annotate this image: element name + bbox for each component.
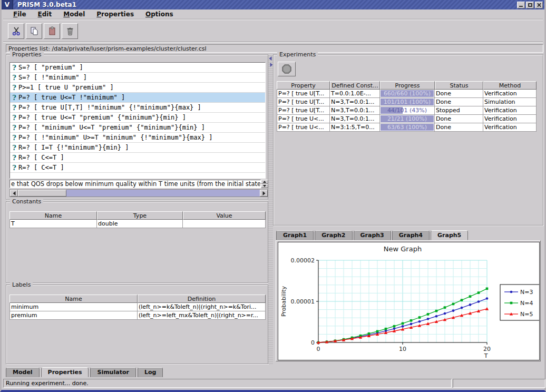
table-cell: double — [97, 220, 183, 228]
experiment-row[interactable]: P=? [ true U[T...N=3,T=0.0:1...44/101 (4… — [277, 106, 541, 115]
property-row[interactable]: ?R=? [ C<=T ] — [10, 163, 265, 173]
comment-spinner[interactable] — [261, 180, 268, 188]
tab-graph2[interactable]: Graph2 — [315, 230, 352, 240]
menu-properties[interactable]: Properties — [92, 10, 139, 18]
menu-edit[interactable]: Edit — [33, 10, 57, 18]
experiment-row[interactable]: P=? [ true U<...N=3,T=0.0:1...21/21 (100… — [277, 115, 541, 123]
stop-experiment-button[interactable] — [278, 62, 296, 76]
splitter-collapse-right-icon[interactable] — [270, 63, 273, 67]
delete-button[interactable] — [62, 23, 78, 39]
trash-icon — [65, 26, 75, 36]
property-row[interactable]: ?R=? [ I=T {!"minimum"}{min} ] — [10, 143, 265, 153]
menu-model[interactable]: Model — [58, 10, 90, 18]
constants-table[interactable]: NameTypeValueTdouble — [9, 211, 266, 228]
minimize-button[interactable] — [517, 2, 525, 8]
tab-graph1[interactable]: Graph1 — [276, 230, 314, 240]
scroll-left-button[interactable] — [10, 190, 18, 197]
table-header-row: PropertyDefined Const...ProgressStatusMe… — [277, 81, 541, 90]
graph-tabs: Graph1Graph2Graph3Graph4Graph5 — [276, 230, 468, 240]
table-row[interactable]: minimum(left_n>=k&Toleft_n)|(right_n>=k&… — [9, 303, 266, 311]
tab-graph3[interactable]: Graph3 — [354, 230, 391, 240]
table-header-row: NameTypeValue — [9, 211, 266, 220]
column-header[interactable]: Name — [9, 295, 138, 303]
properties-list-path: Properties list: /data/private/luser/pri… — [6, 44, 543, 53]
properties-list[interactable]: ?S=? [ "premium" ]?S=? [ !"minimum" ]?P>… — [9, 62, 266, 179]
tab-graph5[interactable]: Graph5 — [431, 230, 468, 240]
question-icon: ? — [10, 114, 18, 122]
column-header[interactable]: Method — [483, 81, 537, 90]
property-text: R=? [ C<=T ] — [18, 154, 64, 161]
cut-button[interactable] — [8, 23, 24, 39]
down-arrow-icon — [263, 185, 266, 187]
experiments-table[interactable]: PropertyDefined Const...ProgressStatusMe… — [277, 81, 541, 132]
property-comment-field[interactable]: e that QOS drops below minimum quality w… — [9, 180, 261, 188]
experiment-row[interactable]: P=? [ true U[T...N=3,T=0.0:1...101/101 (… — [277, 98, 541, 106]
status-cell: Done — [435, 98, 483, 106]
line-chart: 00.000010.0000201020New GraphTProbabilit… — [278, 242, 539, 360]
menu-bar: FileEditModelPropertiesOptions — [3, 9, 543, 19]
property-text: P=? [ true U<=T !"minimum" ] — [18, 94, 125, 101]
copy-button[interactable] — [26, 23, 42, 39]
minimize-icon — [519, 6, 523, 7]
scrollbar-thumb[interactable] — [18, 190, 66, 197]
labels-table[interactable]: NameDefinitionminimum(left_n>=k&Toleft_n… — [9, 295, 266, 320]
experiment-row[interactable]: P=? [ true U[T...T=0.0:1.0E-...660/660 (… — [277, 90, 541, 98]
paste-button[interactable] — [44, 23, 60, 39]
progress-bar: 63/63 (100%) — [380, 123, 435, 132]
svg-text:0: 0 — [311, 339, 315, 346]
property-text: P=? [ !"minimum" U>=T "minimum" {!"minim… — [18, 134, 212, 141]
panel-splitter[interactable] — [268, 54, 273, 364]
maximize-button[interactable] — [526, 2, 534, 8]
spinner-down-button[interactable] — [261, 184, 268, 188]
experiment-row[interactable]: P=? [ true U<...N=3:1:5,T=0...63/63 (100… — [277, 123, 541, 132]
question-icon: ? — [10, 154, 18, 162]
status-cell: Stopped — [435, 106, 483, 115]
column-header[interactable]: Defined Const... — [330, 81, 380, 90]
tab-log[interactable]: Log — [138, 367, 163, 377]
tab-properties[interactable]: Properties — [41, 367, 89, 377]
tab-graph4[interactable]: Graph4 — [392, 230, 430, 240]
property-row[interactable]: ?R=? [ C<=T ] — [10, 153, 265, 163]
property-row[interactable]: ?S=? [ !"minimum" ] — [10, 73, 265, 83]
tab-simulator[interactable]: Simulator — [90, 367, 135, 377]
right-arrow-icon — [262, 191, 265, 195]
scissors-icon — [11, 26, 22, 36]
tab-model[interactable]: Model — [6, 367, 40, 377]
graph-panel: Graph1Graph2Graph3Graph4Graph5 00.000010… — [273, 228, 543, 364]
question-icon: ? — [10, 144, 18, 152]
splitter-collapse-left-icon[interactable] — [269, 56, 272, 61]
table-row[interactable]: Tdouble — [9, 220, 266, 228]
property-row[interactable]: ?P=? [ "minimum" U<=T "premium" {"minimu… — [10, 123, 265, 133]
svg-text:T: T — [484, 352, 488, 359]
progress-text: 660/660 (100%) — [380, 90, 434, 97]
menu-file[interactable]: File — [8, 10, 31, 18]
column-header[interactable]: Property — [277, 81, 330, 90]
column-header[interactable]: Name — [9, 211, 97, 220]
table-cell: N=3,T=0.0:1... — [330, 106, 380, 115]
question-icon: ? — [10, 164, 18, 172]
close-button[interactable] — [535, 2, 543, 8]
table-row[interactable]: premium(left_n>=left_mx&Toleft_n)|(right… — [9, 311, 266, 320]
property-row[interactable]: ?P=? [ !"minimum" U>=T "minimum" {!"mini… — [10, 133, 265, 143]
scroll-right-button[interactable] — [260, 190, 268, 197]
property-row[interactable]: ?P=? [ true U<=T !"minimum" ] — [10, 93, 265, 103]
column-header[interactable]: Value — [183, 211, 266, 220]
window-menu-icon[interactable]: V — [2, 0, 13, 9]
column-header[interactable]: Definition — [138, 295, 266, 303]
progress-text: 101/101 (100%) — [380, 98, 434, 106]
property-row[interactable]: ?S=? [ "premium" ] — [10, 63, 265, 73]
column-header[interactable]: Status — [435, 81, 483, 90]
column-header[interactable]: Progress — [380, 81, 435, 90]
property-row[interactable]: ?P=? [ true U<=T "premium" {"minimum"}{m… — [10, 113, 265, 123]
spinner-up-button[interactable] — [261, 180, 268, 184]
progress-bar: 660/660 (100%) — [380, 90, 435, 98]
scrollbar-track[interactable] — [66, 190, 260, 197]
progress-text: 21/21 (100%) — [380, 115, 434, 123]
properties-horizontal-scrollbar[interactable] — [9, 189, 268, 197]
property-row[interactable]: ?P>=1 [ true U "premium" ] — [10, 83, 265, 93]
status-cell: Done — [435, 90, 483, 98]
property-row[interactable]: ?P=? [ true U[T,T] !"minimum" {!"minimum… — [10, 103, 265, 113]
column-header[interactable]: Type — [97, 211, 183, 220]
menu-options[interactable]: Options — [141, 10, 178, 18]
table-cell — [183, 220, 266, 228]
